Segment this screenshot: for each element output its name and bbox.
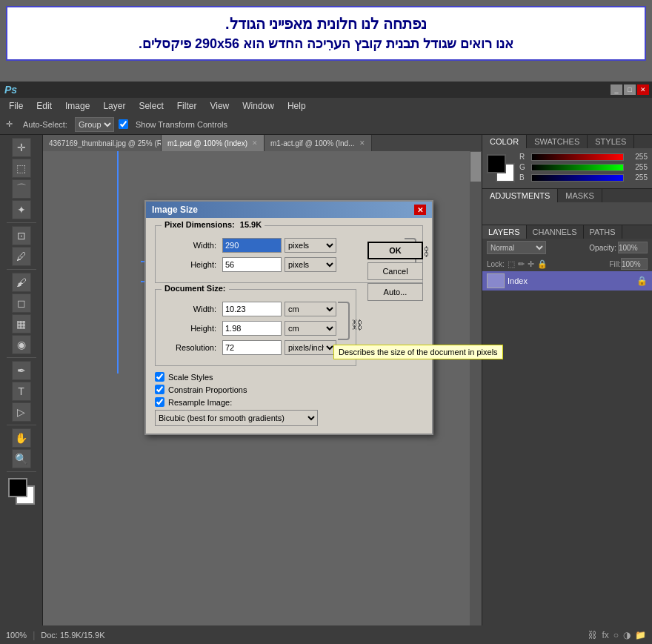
brush-tool[interactable]: 🖌: [12, 273, 31, 292]
tab-thumbnail[interactable]: 4367169_thumbnail.jpg @ 25% (RGB... ✕: [43, 135, 162, 151]
magic-wand-tool[interactable]: ✦: [12, 200, 31, 219]
resolution-row: Resolution: pixels/inch pixels/cm: [163, 340, 348, 355]
pixel-height-input[interactable]: [222, 257, 282, 272]
doc-height-unit[interactable]: cm inches mm: [285, 321, 336, 336]
doc-fields-group: Width: cm inches mm Height: cm inches mm: [163, 296, 348, 355]
vertical-scrollbar[interactable]: [470, 151, 482, 625]
move-tool-icon[interactable]: ✛: [3, 118, 16, 130]
scale-styles-checkbox[interactable]: [155, 372, 164, 382]
resample-image-checkbox[interactable]: [155, 397, 164, 407]
resolution-unit[interactable]: pixels/inch pixels/cm: [285, 340, 336, 355]
tab-styles[interactable]: STYLES: [588, 135, 634, 148]
b-slider[interactable]: [531, 174, 624, 182]
resolution-input[interactable]: [222, 340, 282, 355]
opacity-input[interactable]: [618, 242, 648, 253]
blur-tool[interactable]: ◉: [12, 335, 31, 354]
minimize-button[interactable]: _: [611, 84, 622, 95]
lock-pixels-icon[interactable]: ✏: [518, 259, 525, 269]
layer-index[interactable]: Index 🔒: [482, 271, 652, 291]
constrain-proportions-checkbox[interactable]: [155, 385, 164, 394]
fill-control: Fill:: [609, 258, 648, 270]
menu-edit[interactable]: Edit: [30, 99, 58, 113]
hand-tool[interactable]: ✋: [12, 428, 31, 448]
adj-panel-tabs: ADJUSTMENTS MASKS: [482, 189, 652, 202]
lock-position-icon[interactable]: ✛: [528, 259, 534, 269]
ps-logo: Ps: [4, 84, 17, 96]
ok-button[interactable]: OK: [367, 242, 423, 259]
menu-select[interactable]: Select: [133, 99, 169, 113]
close-button[interactable]: ✕: [637, 84, 649, 95]
menu-image[interactable]: Image: [59, 99, 96, 113]
tab-color[interactable]: COLOR: [482, 135, 527, 148]
doc-width-input[interactable]: [222, 302, 282, 316]
r-slider[interactable]: [531, 153, 624, 161]
auto-select-dropdown[interactable]: Group Layer: [75, 117, 114, 132]
show-transform-label: Show Transform Controls: [133, 119, 230, 130]
dialog-body: Pixel Dimensions: 15.9K Width: pixels pe…: [146, 218, 432, 434]
gradient-tool[interactable]: ▦: [12, 314, 31, 333]
auto-button[interactable]: Auto...: [367, 283, 423, 301]
layer-name: Index: [508, 276, 528, 285]
pixel-width-input[interactable]: [222, 238, 282, 253]
lock-label: Lock:: [487, 260, 505, 268]
layers-panel-tabs: LAYERS CHANNELS PATHS: [482, 225, 652, 239]
cancel-button[interactable]: Cancel: [367, 262, 423, 280]
tab-layers[interactable]: LAYERS: [482, 225, 527, 239]
menu-window[interactable]: Window: [236, 99, 280, 113]
status-icon-fx: fx: [602, 630, 608, 640]
text-tool[interactable]: T: [12, 382, 31, 401]
tab-adjustments[interactable]: ADJUSTMENTS: [482, 189, 558, 202]
tab-close-m1act[interactable]: ✕: [359, 139, 365, 147]
constrain-proportions-row: Constrain Proportions: [155, 385, 423, 394]
menu-file[interactable]: File: [3, 99, 29, 113]
menu-bar: File Edit Image Layer Select Filter View…: [0, 98, 652, 114]
tab-swatches[interactable]: SWATCHES: [527, 135, 588, 148]
tools-panel: ✛ ⬚ ⌒ ✦ ⊡ 🖊 🖌 ◻ ▦ ◉ ✒ T ▷ ✋ 🔍: [0, 135, 43, 625]
pixel-width-unit[interactable]: pixels percent: [285, 238, 336, 253]
tab-masks[interactable]: MASKS: [558, 189, 602, 202]
menu-filter[interactable]: Filter: [171, 99, 203, 113]
tab-paths[interactable]: PATHS: [584, 225, 622, 239]
scrollbar-thumb[interactable]: [470, 152, 481, 182]
lock-all-icon[interactable]: 🔒: [537, 259, 548, 269]
b-value: 255: [627, 173, 648, 182]
menu-help[interactable]: Help: [282, 99, 312, 113]
eraser-tool[interactable]: ◻: [12, 293, 31, 313]
pen-tool[interactable]: ✒: [12, 361, 31, 380]
doc-width-unit[interactable]: cm inches mm: [285, 302, 336, 316]
menu-layer[interactable]: Layer: [97, 99, 131, 113]
g-slider[interactable]: [531, 164, 624, 171]
status-icon-mask: ◑: [623, 630, 631, 640]
maximize-button[interactable]: □: [624, 84, 636, 95]
doc-width-row: Width: cm inches mm: [163, 302, 348, 316]
lock-row: Lock: ⬚ ✏ ✛ 🔒 Fill:: [482, 256, 652, 271]
pixel-height-unit[interactable]: pixels percent: [285, 257, 336, 272]
fill-input[interactable]: [621, 258, 648, 270]
path-tool[interactable]: ▷: [12, 402, 31, 422]
doc-height-input[interactable]: [222, 321, 282, 336]
status-icon-folder: 📁: [635, 630, 646, 640]
dialog-close-button[interactable]: ✕: [414, 205, 426, 215]
lasso-tool[interactable]: ⌒: [12, 179, 31, 199]
tab-close-m1psd[interactable]: ✕: [252, 139, 258, 147]
color-squares: [487, 154, 515, 182]
resample-method-select[interactable]: Bicubic (best for smooth gradients) Bicu…: [155, 410, 318, 426]
crop-tool[interactable]: ⊡: [12, 226, 31, 245]
tab-m1psd[interactable]: m1.psd @ 100% (Index) ✕: [162, 135, 265, 151]
move-tool[interactable]: ✛: [12, 138, 31, 157]
annotation-line2: אנו רואים שגודל תבנית קובץ הערִיכה החדש …: [19, 36, 633, 52]
foreground-color-swatch[interactable]: [8, 478, 27, 497]
show-transform-checkbox[interactable]: [119, 119, 128, 129]
pixel-dimensions-title: Pixel Dimensions: 15.9K: [162, 220, 265, 229]
blend-mode-select[interactable]: Normal: [487, 241, 546, 254]
marquee-tool[interactable]: ⬚: [12, 159, 31, 178]
eyedropper-tool[interactable]: 🖊: [12, 247, 31, 266]
lock-transparent-icon[interactable]: ⬚: [508, 259, 515, 269]
menu-view[interactable]: View: [204, 99, 235, 113]
tab-m1act[interactable]: m1-act.gif @ 100% (Ind... ✕: [265, 135, 372, 151]
tab-channels[interactable]: CHANNELS: [527, 225, 584, 239]
color-panel: COLOR SWATCHES STYLES R 255 G: [482, 135, 652, 189]
fg-color-display[interactable]: [487, 154, 506, 173]
foreground-background-colors[interactable]: [8, 478, 35, 505]
zoom-tool[interactable]: 🔍: [12, 449, 31, 468]
